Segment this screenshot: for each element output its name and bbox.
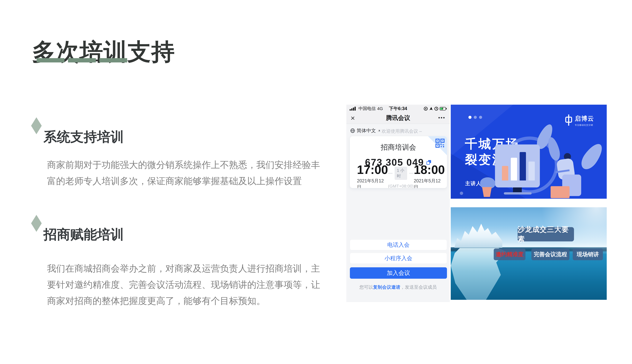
dash [68, 58, 96, 62]
phone-join-button[interactable]: 电话入会 [350, 240, 447, 250]
iceberg-chip-onsite-pitch: 现场销讲 [573, 248, 603, 260]
language-row: 简体中文 ▼ – 欢迎使用腾讯会议 – [346, 124, 450, 138]
section-heading-merchant-training: 招商赋能培训 [44, 226, 124, 243]
start-time: 17:00 [357, 164, 388, 176]
duration-badge: 1 小时 [394, 167, 407, 180]
nav-bar: × 腾讯会议 ••• [346, 112, 450, 124]
invite-hint-suffix: ，发送至会议成员 [400, 284, 437, 290]
qr-code-icon[interactable] [435, 138, 445, 148]
iceberg-chip-invite-accuracy: 邀约精准度 [494, 248, 526, 260]
invite-hint-prefix: 您可以 [359, 284, 373, 290]
diamond-bullet-icon [31, 215, 42, 232]
title-underline-dashes [37, 58, 127, 62]
carousel-dots [468, 116, 482, 119]
promo-banner: 启博云 专注移动社交分销 千城万场 裂变沙龙 主讲人-子桐 [451, 105, 607, 199]
chart-bar [520, 152, 526, 180]
monitor-base [504, 192, 532, 194]
iceberg-title-chip: 沙龙成交三大要素 [518, 227, 574, 242]
diamond-bullet-icon [31, 117, 42, 134]
status-bar: 中国电信 4G 下午6:34 [346, 105, 450, 112]
location-icon [430, 107, 432, 110]
language-label: 简体中文 [357, 128, 376, 134]
more-icon[interactable]: ••• [438, 112, 446, 123]
monitor-stand [513, 188, 522, 192]
section-body-merchant-training: 我们在商城招商会举办之前，对商家及运营负责人进行招商培训，主要针对邀约精准度、完… [47, 260, 321, 309]
dash [37, 58, 64, 62]
language-selector[interactable]: 简体中文 ▼ [350, 128, 381, 134]
invite-hint: 您可以复制会议邀请，发送至会议成员 [346, 284, 450, 290]
timezone-label: (GMT+08:00) [388, 184, 414, 188]
slide-canvas: 多次培训支持 系统支持培训 商家前期对于功能强大的微分销系统操作上不熟悉，我们安… [0, 0, 632, 364]
brand-logo: 启博云 专注移动社交分销 [565, 114, 594, 126]
chart-bar [511, 158, 517, 180]
leaf-icon [578, 140, 606, 172]
globe-icon [350, 128, 355, 133]
join-meeting-button[interactable]: 加入会议 [350, 267, 447, 279]
decor-dot [460, 192, 463, 195]
copy-invite-link[interactable]: 复制会议邀请 [373, 284, 400, 290]
phone-screenshot: 中国电信 4G 下午6:34 × 腾讯会议 ••• [346, 105, 450, 302]
dash [99, 58, 127, 62]
monitor-illustration [495, 144, 540, 188]
brand-name: 启博云 [575, 114, 594, 122]
welcome-text: – 欢迎使用腾讯会议 – [378, 128, 422, 134]
chart-bar [502, 166, 508, 180]
divider [409, 173, 414, 174]
plant-icon [480, 177, 495, 189]
section-body-system-training: 商家前期对于功能强大的微分销系统操作上不熟悉，我们安排经验丰富的老师专人培训多次… [47, 157, 321, 189]
iceberg-image: 沙龙成交三大要素 邀约精准度 完善会议流程 现场销讲 [451, 207, 607, 300]
brand-tagline: 专注移动社交分销 [575, 124, 594, 126]
status-icons [424, 106, 447, 111]
chart-bar [528, 162, 535, 180]
end-time: 18:00 [414, 164, 445, 176]
iceberg-above-water [454, 224, 502, 248]
start-date: 2021年5月12日 [357, 178, 388, 188]
qiboyun-logo-icon [565, 114, 573, 126]
iceberg-chip-meeting-process: 完善会议流程 [532, 248, 570, 260]
end-date: 2021年5月12日 [414, 178, 445, 188]
seat-illustration [550, 186, 570, 198]
meeting-times: 17:00 2021年5月12日 1 小时 (GMT+08:00) 18:00 … [350, 164, 447, 188]
section-heading-system-training: 系统支持培训 [44, 128, 124, 145]
miniprogram-join-button[interactable]: 小程序入会 [350, 253, 447, 264]
divider [388, 173, 392, 174]
app-title: 腾讯会议 [346, 112, 450, 123]
meeting-card: 招商培训会 673 305 049 17:00 2021年5月12日 1 小时 [350, 136, 447, 188]
